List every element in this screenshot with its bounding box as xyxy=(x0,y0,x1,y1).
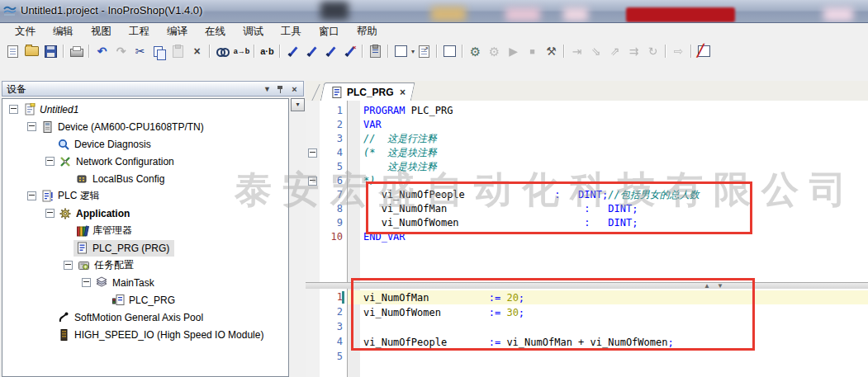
tree-expander-icon[interactable] xyxy=(27,122,36,131)
new-device-button[interactable] xyxy=(391,42,410,60)
bookmark-clear-button[interactable]: × xyxy=(340,42,359,60)
axis-pool-icon xyxy=(57,311,71,324)
menu-item-工程[interactable]: 工程 xyxy=(122,23,156,40)
new-file-icon xyxy=(7,45,18,58)
paste-special-button[interactable] xyxy=(366,42,385,60)
bookmark-prev-button[interactable] xyxy=(321,42,340,60)
tree-item-device-am600-cpu1608tp-tn-[interactable]: Device (AM600-CPU1608TP/TN) xyxy=(2,118,288,135)
tree-item-plc-prg-prg-[interactable]: PLC_PRG (PRG) xyxy=(2,239,288,257)
tree-expander-icon[interactable] xyxy=(64,261,73,270)
fold-collapse-icon[interactable] xyxy=(308,177,317,186)
editor-area: PLC_PRG × 12345678910PROGRAM PLC_PRGVAR/… xyxy=(306,81,868,377)
bookmark-toggle-button[interactable] xyxy=(283,42,302,60)
paste-button xyxy=(168,42,187,60)
export-doc-button[interactable]: ↗ xyxy=(415,42,434,60)
copy-button[interactable] xyxy=(149,42,168,60)
tree-item-任务配置[interactable]: 任务配置 xyxy=(2,257,288,274)
tree-item-maintask[interactable]: MainTask xyxy=(2,274,288,291)
toolbar-separator xyxy=(387,45,389,58)
implementation-editor[interactable]: 12345vi_NumOfMan := 20;vi_NumOfWomen := … xyxy=(306,289,868,377)
menu-item-调试[interactable]: 调试 xyxy=(236,23,270,40)
panel-close-icon[interactable]: × xyxy=(288,83,301,95)
tree-expander-icon[interactable] xyxy=(45,209,55,218)
line-number: 9 xyxy=(337,217,343,229)
trace-button[interactable]: ╱ xyxy=(695,42,714,60)
tree-item-device-diagnosis[interactable]: Device Diagnosis xyxy=(2,135,288,153)
config-tool-button[interactable]: ⚒ xyxy=(542,42,561,60)
menu-item-编译[interactable]: 编译 xyxy=(160,23,194,40)
tree-item-label: Untitled1 xyxy=(40,104,78,115)
toolbar-separator xyxy=(665,45,666,58)
title-bar[interactable]: Untitled1.project - InoProShop(V1.4.0) xyxy=(0,0,868,23)
breakpoint-margin[interactable] xyxy=(348,101,360,282)
task-config-icon xyxy=(77,259,91,272)
tree-item-label: 任务配置 xyxy=(94,258,134,272)
hsio-icon xyxy=(57,328,71,342)
step-over-icon: ⇥ xyxy=(572,45,582,58)
print-button[interactable] xyxy=(67,42,86,60)
pin-icon[interactable] xyxy=(274,84,287,96)
new-file-button[interactable] xyxy=(3,42,22,60)
line-number: 2 xyxy=(337,306,343,318)
tree-expander-icon[interactable] xyxy=(9,105,18,114)
desktop-blob xyxy=(563,7,588,21)
declaration-editor[interactable]: 12345678910PROGRAM PLC_PRGVAR// 这是行注释(* … xyxy=(306,101,868,282)
tab-close-icon[interactable]: × xyxy=(400,87,406,98)
tree-item-label: MainTask xyxy=(112,277,154,289)
tree-item-库管理器[interactable]: 库管理器 xyxy=(2,222,288,239)
tree-expander-icon[interactable] xyxy=(27,191,36,200)
ab-search-button[interactable]: a·b xyxy=(258,42,277,60)
pen-x-icon: × xyxy=(344,45,356,57)
menu-item-工具[interactable]: 工具 xyxy=(274,23,308,40)
login-button[interactable]: ⚙ xyxy=(466,42,485,60)
copy-icon xyxy=(156,46,163,57)
device-panel-header[interactable]: 设备 ▼ × xyxy=(2,81,304,97)
reset-button: ↻ xyxy=(643,42,662,60)
window-title: Untitled1.project - InoProShop(V1.4.0) xyxy=(21,4,202,16)
menu-item-视图[interactable]: 视图 xyxy=(84,23,118,40)
code-text[interactable]: PROGRAM PLC_PRGVAR// 这是行注释(* 这是块注释 这是块注释… xyxy=(363,101,868,282)
undo-button[interactable]: ↶ xyxy=(92,42,111,60)
save-icon xyxy=(45,45,57,58)
code-text[interactable]: vi_NumOfMan := 20;vi_NumOfWomen := 30;vi… xyxy=(363,289,868,377)
tree-item-label: SoftMotion General Axis Pool xyxy=(74,312,203,323)
application-gear-icon xyxy=(59,207,73,220)
find-button[interactable] xyxy=(213,42,232,60)
run-to-cursor-icon: ⇉ xyxy=(629,45,639,58)
tree-item-plc-prg[interactable]: PLC_PRG xyxy=(2,291,288,309)
editor-tab-bar: PLC_PRG × xyxy=(306,81,868,101)
network-config-icon xyxy=(59,155,73,168)
tree-item-plc-逻辑[interactable]: PLC 逻辑 xyxy=(2,187,288,205)
tree-item-localbus-config[interactable]: LocalBus Config xyxy=(2,170,288,187)
menu-item-帮助[interactable]: 帮助 xyxy=(350,23,384,40)
build-button[interactable] xyxy=(440,42,459,60)
fold-collapse-icon[interactable] xyxy=(308,148,317,158)
bookmark-next-button[interactable] xyxy=(302,42,321,60)
menu-item-文件[interactable]: 文件 xyxy=(8,23,42,40)
cut-button[interactable]: ✂ xyxy=(130,42,149,60)
ab-icon: a·b xyxy=(260,46,274,56)
tree-expander-icon[interactable] xyxy=(45,157,55,166)
tree-item-softmotion-general-axis-pool[interactable]: SoftMotion General Axis Pool xyxy=(2,309,288,326)
tree-expander-icon[interactable] xyxy=(82,278,91,287)
tree-item-application[interactable]: Application xyxy=(2,205,288,222)
line-number: 5 xyxy=(337,161,343,172)
goto-arrow-icon: ⇨ xyxy=(674,45,684,58)
save-button[interactable] xyxy=(41,42,60,60)
menu-item-窗口[interactable]: 窗口 xyxy=(312,23,346,40)
tab-plc-prg[interactable]: PLC_PRG × xyxy=(320,82,415,101)
device-panel: 设备 ▼ × Untitled1Device (AM600-CPU1608TP/… xyxy=(2,81,304,377)
replace-button[interactable]: a→b xyxy=(232,42,251,60)
tree-item-high-speed-io-high-speed-io-module-[interactable]: HIGH_SPEED_IO (High Speed IO Module) xyxy=(2,326,288,343)
delete-button[interactable]: × xyxy=(187,42,206,60)
open-project-button[interactable] xyxy=(22,42,41,60)
tree-item-network-configuration[interactable]: Network Configuration xyxy=(2,153,288,170)
tree-item-untitled1[interactable]: Untitled1 xyxy=(2,101,288,118)
menu-item-在线[interactable]: 在线 xyxy=(198,23,232,40)
step-into-icon: ⇘ xyxy=(591,45,601,58)
tree-window-dropdown-button[interactable]: ▾ xyxy=(291,98,305,111)
diagnosis-icon xyxy=(57,138,71,151)
menu-item-编辑[interactable]: 编辑 xyxy=(46,23,80,40)
print-icon xyxy=(70,45,83,57)
panel-dropdown-icon[interactable]: ▼ xyxy=(261,83,273,95)
